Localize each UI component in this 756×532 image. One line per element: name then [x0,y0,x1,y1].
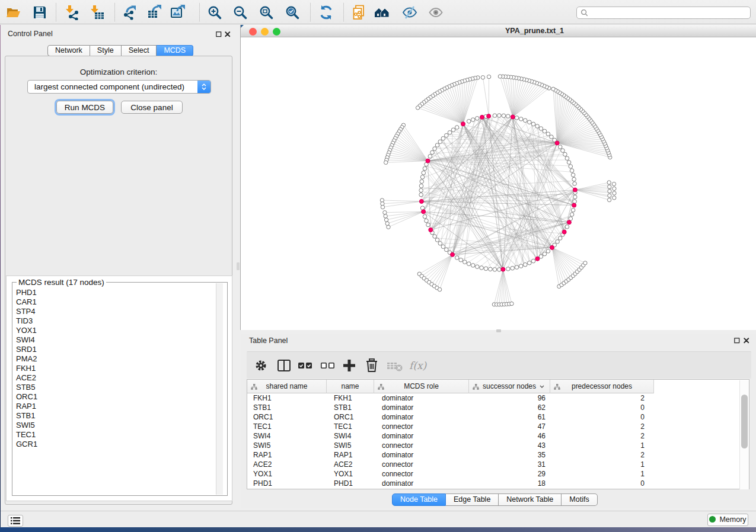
float-panel-icon[interactable] [216,31,222,37]
save-session-icon[interactable] [32,5,47,20]
desktop-wallpaper-left [0,25,1,527]
table-tab-edge-table[interactable]: Edge Table [446,493,499,506]
mcds-result-item[interactable]: SRD1 [13,345,215,354]
table-tab-network-table[interactable]: Network Table [499,493,562,506]
panel-splitter-handle[interactable] [237,262,240,270]
main-toolbar [0,0,756,24]
search-box[interactable] [576,7,751,19]
column-header-predecessor-nodes[interactable]: predecessor nodes [550,380,654,393]
mcds-result-item[interactable]: STP4 [13,307,215,316]
mcds-result-item[interactable]: SWI5 [13,421,215,430]
mcds-result-groupbox: MCDS result (17 nodes) PHD1CAR1STP4TID3Y… [12,282,228,496]
first-neighbors-icon[interactable] [374,5,390,20]
split-view-icon[interactable] [277,358,291,373]
search-icon [580,9,588,17]
mcds-result-item[interactable]: ORC1 [13,392,215,402]
table-row[interactable]: SWI4SWI4dominator462 [247,431,749,441]
export-network-icon[interactable] [122,5,138,20]
deselect-all-icon[interactable] [320,358,336,373]
table-scrollbar[interactable] [739,380,749,489]
toolbar-separator [199,3,200,21]
run-mcds-button[interactable]: Run MCDS [56,101,113,114]
table-settings-icon[interactable] [254,358,267,373]
delete-column-icon[interactable] [365,358,379,373]
control-tab-network[interactable]: Network [47,45,90,56]
close-panel-icon[interactable] [225,31,231,37]
mcds-result-item[interactable]: STB1 [13,411,215,421]
hierarchy-icon [378,383,384,392]
table-header: shared namenameMCDS rolesuccessor nodesp… [247,380,654,393]
control-tab-select[interactable]: Select [122,45,157,56]
table-toolbar: f(x) [247,351,751,379]
network-hscroll-thumb[interactable] [496,329,501,332]
close-window-icon[interactable] [249,28,257,36]
mcds-result-item[interactable]: STB5 [13,383,215,392]
table-row[interactable]: YOX1YOX1connector291 [247,469,749,479]
delete-table-icon[interactable] [387,358,403,373]
hide-selected-icon[interactable] [402,5,417,20]
mcds-result-item[interactable]: TID3 [13,316,215,326]
mcds-result-item[interactable]: CAR1 [13,297,215,307]
task-history-button[interactable] [8,515,23,527]
control-tab-style[interactable]: Style [90,45,122,56]
table-row[interactable]: PHD1PHD1dominator180 [247,479,749,488]
mcds-result-item[interactable]: RAP1 [13,402,215,411]
table-row[interactable]: STB1STB1dominator620 [247,403,749,412]
toolbar-separator [56,3,56,21]
zoom-fit-icon[interactable] [259,5,274,20]
zoom-selected-icon[interactable] [285,5,300,20]
network-view[interactable] [241,38,756,330]
refresh-view-icon[interactable] [318,5,334,20]
desktop-wallpaper-bottom [0,527,756,532]
column-header-MCDS-role[interactable]: MCDS role [374,380,469,393]
column-header-shared-name[interactable]: shared name [247,380,327,393]
function-builder-icon[interactable]: f(x) [409,358,426,373]
table-row[interactable]: SWI5SWI5connector431 [247,441,749,450]
minimize-window-icon[interactable] [261,28,269,36]
import-table-icon[interactable] [90,5,105,20]
node-table: shared namenameMCDS rolesuccessor nodesp… [247,379,749,489]
table-row[interactable]: ACE2ACE2connector311 [247,460,749,469]
mcds-result-item[interactable]: PHD1 [13,288,215,297]
close-panel-button[interactable]: Close panel [121,101,183,114]
mcds-result-list: PHD1CAR1STP4TID3YOX1SWI4SRD1PMA2FKH1ACE2… [13,288,215,495]
search-input[interactable] [588,9,750,17]
mcds-result-item[interactable]: TEC1 [13,430,215,440]
control-tab-mcds[interactable]: MCDS [157,45,193,56]
mcds-result-item[interactable]: PMA2 [13,354,215,364]
export-table-icon[interactable] [147,5,162,20]
mcds-result-item[interactable]: YOX1 [13,326,215,335]
zoom-out-icon[interactable] [232,5,248,20]
network-window: YPA_prune.txt_1 [240,25,756,330]
table-row[interactable]: TEC1TEC1connector472 [247,422,749,431]
mcds-result-item[interactable]: SWI4 [13,335,215,345]
float-table-panel-icon[interactable] [734,338,740,344]
mcds-result-item[interactable]: ACE2 [13,373,215,383]
table-row[interactable]: ORC1ORC1dominator610 [247,412,749,422]
import-network-icon[interactable] [65,5,80,20]
add-column-icon[interactable] [342,358,357,373]
memory-label: Memory [719,515,746,524]
hierarchy-icon [473,383,479,392]
optimization-select[interactable]: largest connected component (undirected) [27,80,211,94]
mcds-result-item[interactable]: GCR1 [13,440,215,449]
select-all-icon[interactable] [298,358,313,373]
memory-button[interactable]: Memory [707,514,748,526]
table-row[interactable]: FKH1FKH1dominator962 [247,393,749,403]
table-tab-node-table[interactable]: Node Table [392,493,446,506]
mcds-result-scrollbar[interactable] [216,283,223,495]
column-header-name[interactable]: name [327,380,374,393]
table-row[interactable]: RAP1RAP1dominator352 [247,450,749,460]
network-window-titlebar[interactable]: YPA_prune.txt_1 [241,25,756,37]
clone-network-icon[interactable] [352,5,367,20]
toolbar-separator [343,3,344,21]
mcds-result-item[interactable]: FKH1 [13,364,215,373]
show-all-icon[interactable] [428,5,444,20]
export-image-icon[interactable] [170,5,186,20]
column-header-successor-nodes[interactable]: successor nodes [469,380,550,393]
maximize-window-icon[interactable] [273,28,280,36]
zoom-in-icon[interactable] [207,5,222,20]
table-tab-motifs[interactable]: Motifs [562,493,597,506]
close-table-panel-icon[interactable] [744,338,749,344]
open-session-icon[interactable] [5,5,21,20]
